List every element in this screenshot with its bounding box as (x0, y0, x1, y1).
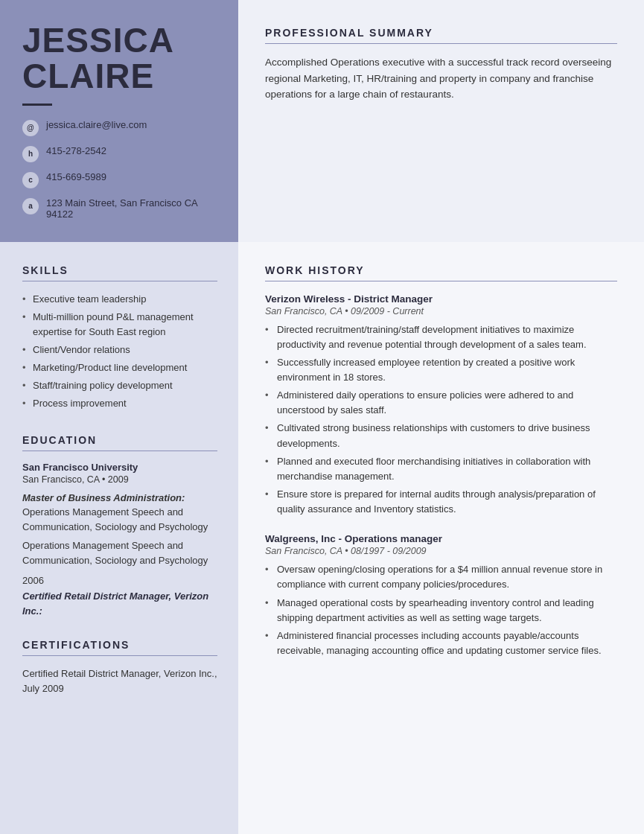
name-block: JESSICA CLAIRE (22, 22, 217, 95)
cell-phone-text: 415-669-5989 (46, 171, 106, 182)
summary-title: PROFESSIONAL SUMMARY (265, 27, 617, 44)
bottom-right-panel: WORK HISTORY Verizon Wireless - District… (238, 242, 644, 834)
edu-cert: Certified Retail District Manager, Veriz… (22, 589, 217, 618)
top-section: JESSICA CLAIRE @ jessica.claire@live.com… (0, 0, 644, 242)
edu-degree-label: Master of Business Administration: Opera… (22, 491, 217, 535)
job-bullet: Administered financial processes includi… (265, 628, 617, 658)
job-block-1: Walgreens, Inc - Operations managerSan F… (265, 533, 617, 658)
skills-title: SKILLS (22, 264, 217, 281)
education-title: EDUCATION (22, 434, 217, 451)
job-bullet: Planned and executed floor merchandising… (265, 454, 617, 484)
home-phone-text: 415-278-2542 (46, 145, 106, 156)
skill-item: Process improvement (22, 396, 217, 411)
edu-year: 2006 (22, 575, 217, 586)
job-title: Verizon Wireless - District Manager (265, 293, 617, 305)
job-bullet: Cultivated strong business relationships… (265, 421, 617, 451)
edu-degree-detail: Operations Management Speech and Communi… (22, 506, 208, 532)
job-bullet: Successfully increased employee retentio… (265, 355, 617, 385)
job-meta: San Francisco, CA • 08/1997 - 09/2009 (265, 546, 617, 556)
full-name: JESSICA CLAIRE (22, 22, 217, 95)
skill-item: Client/Vendor relations (22, 343, 217, 357)
edu-degree-detail2: Operations Management Speech and Communi… (22, 538, 217, 567)
cell-phone-item: c 415-669-5989 (22, 171, 217, 188)
name-divider (22, 104, 52, 106)
email-text: jessica.claire@live.com (46, 119, 147, 130)
bottom-left-panel: SKILLS Executive team leadershipMulti-mi… (0, 242, 238, 834)
job-bullet: Directed recruitment/training/staff deve… (265, 322, 617, 352)
top-right-panel: PROFESSIONAL SUMMARY Accomplished Operat… (238, 0, 644, 242)
address-item: a 123 Main Street, San Francisco CA 9412… (22, 197, 217, 220)
job-bullets: Directed recruitment/training/staff deve… (265, 322, 617, 518)
job-meta: San Francisco, CA • 09/2009 - Current (265, 306, 617, 316)
job-bullets: Oversaw opening/closing operations for a… (265, 562, 617, 658)
cell-phone-icon: c (22, 172, 39, 188)
certifications-section: CERTIFICATIONS Certified Retail District… (22, 639, 217, 696)
home-phone-item: h 415-278-2542 (22, 145, 217, 162)
top-left-panel: JESSICA CLAIRE @ jessica.claire@live.com… (0, 0, 238, 242)
email-icon: @ (22, 120, 39, 136)
jobs-container: Verizon Wireless - District ManagerSan F… (265, 293, 617, 659)
home-phone-icon: h (22, 146, 39, 162)
address-icon: a (22, 198, 39, 214)
job-bullet: Ensure store is prepared for internal au… (265, 487, 617, 517)
certifications-text: Certified Retail District Manager, Veriz… (22, 666, 217, 696)
summary-text: Accomplished Operations executive with a… (265, 54, 617, 103)
email-item: @ jessica.claire@live.com (22, 119, 217, 136)
work-history-title: WORK HISTORY (265, 264, 617, 281)
skills-list: Executive team leadershipMulti-million p… (22, 292, 217, 412)
edu-school-name: San Francisco University (22, 462, 217, 473)
bottom-section: SKILLS Executive team leadershipMulti-mi… (0, 242, 644, 834)
resume-container: JESSICA CLAIRE @ jessica.claire@live.com… (0, 0, 644, 834)
job-bullet: Oversaw opening/closing operations for a… (265, 562, 617, 592)
skill-item: Executive team leadership (22, 292, 217, 307)
skill-item: Multi-million pound P&L management exper… (22, 310, 217, 340)
contact-list: @ jessica.claire@live.com h 415-278-2542… (22, 119, 217, 220)
edu-school-location: San Francisco, CA • 2009 (22, 474, 217, 485)
skill-item: Marketing/Product line development (22, 360, 217, 375)
job-block-0: Verizon Wireless - District ManagerSan F… (265, 293, 617, 518)
job-bullet: Administered daily operations to ensure … (265, 388, 617, 418)
certifications-title: CERTIFICATIONS (22, 639, 217, 656)
job-title: Walgreens, Inc - Operations manager (265, 533, 617, 544)
job-bullet: Managed operational costs by spearheadin… (265, 596, 617, 626)
address-text: 123 Main Street, San Francisco CA 94122 (46, 197, 217, 220)
skill-item: Staff/training policy development (22, 378, 217, 393)
